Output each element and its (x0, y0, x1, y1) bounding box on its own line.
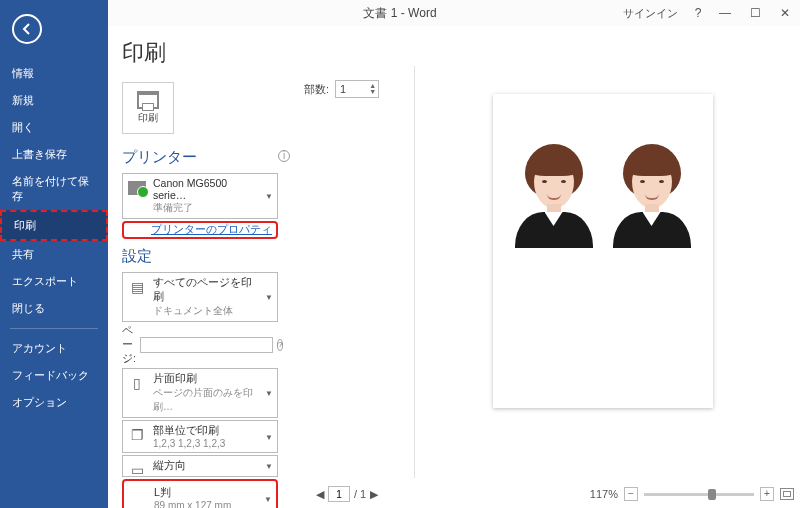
maximize-button[interactable]: ☐ (740, 0, 770, 26)
chevron-down-icon: ▼ (265, 389, 273, 398)
paper-title: L判 (154, 486, 260, 500)
sides-title: 片面印刷 (153, 372, 261, 386)
preview-status-bar: ◀ / 1 ▶ 117% − + (306, 484, 794, 504)
nav-options[interactable]: オプション (0, 389, 108, 416)
settings-scrollbar[interactable] (280, 266, 290, 488)
title-bar: 文書 1 - Word サインイン ? — ☐ ✕ (0, 0, 800, 26)
chevron-down-icon: ▼ (265, 462, 273, 471)
page-heading: 印刷 (122, 38, 786, 68)
paper-sub: 89 mm x 127 mm (154, 500, 260, 508)
copies-spinner[interactable]: 1 ▲▼ (335, 80, 379, 98)
id-photo-1 (511, 138, 597, 248)
printer-section-title: プリンター (122, 148, 278, 167)
one-side-icon: ▯ (127, 373, 147, 393)
printer-status: 準備完了 (153, 201, 261, 215)
printer-name: Canon MG6500 serie… (153, 177, 261, 201)
nav-close[interactable]: 閉じる (0, 295, 108, 322)
window-buttons: ? — ☐ ✕ (686, 0, 800, 26)
portrait-icon: ▭ (127, 460, 147, 480)
print-button-label: 印刷 (138, 111, 158, 125)
id-photo-2 (609, 138, 695, 248)
zoom-controls: 117% − + (590, 487, 794, 501)
zoom-thumb[interactable] (708, 489, 716, 500)
pages-row: ページ: ? (122, 324, 278, 366)
nav-save[interactable]: 上書き保存 (0, 141, 108, 168)
settings-column: プリンター i Canon MG6500 serie… 準備完了 ▼ プリンター… (122, 148, 278, 508)
backstage-sidebar: 情報 新規 開く 上書き保存 名前を付けて保存 印刷 共有 エクスポート 閉じる… (0, 0, 108, 508)
info-icon[interactable]: i (278, 150, 290, 162)
window-title: 文書 1 - Word (363, 5, 436, 22)
scope-combo[interactable]: ▤ すべてのページを印刷 ドキュメント全体 ▼ (122, 272, 278, 322)
back-arrow-icon (20, 22, 34, 36)
copies-value: 1 (340, 83, 346, 95)
total-pages: / 1 (354, 488, 366, 500)
scope-sub: ドキュメント全体 (153, 304, 261, 318)
collate-icon: ❐ (127, 425, 147, 445)
nav-account[interactable]: アカウント (0, 335, 108, 362)
scope-title: すべてのページを印刷 (153, 276, 261, 304)
nav-share[interactable]: 共有 (0, 241, 108, 268)
orientation-title: 縦方向 (153, 459, 261, 473)
nav-info[interactable]: 情報 (0, 60, 108, 87)
spinner-arrows-icon[interactable]: ▲▼ (369, 83, 376, 95)
paper-size-combo[interactable]: L判 89 mm x 127 mm ▼ (122, 479, 278, 508)
page-nav: ◀ / 1 ▶ (316, 486, 378, 502)
signin-link[interactable]: サインイン (623, 6, 678, 21)
print-button[interactable]: 印刷 (122, 82, 174, 134)
nav-open[interactable]: 開く (0, 114, 108, 141)
orientation-combo[interactable]: ▭ 縦方向 ▼ (122, 455, 278, 477)
print-preview (414, 66, 790, 478)
nav-saveas[interactable]: 名前を付けて保存 (0, 168, 108, 210)
chevron-down-icon: ▼ (264, 494, 272, 503)
pages-input[interactable] (140, 337, 273, 353)
pages-label: ページ: (122, 324, 136, 366)
nav-export[interactable]: エクスポート (0, 268, 108, 295)
help-button[interactable]: ? (686, 0, 710, 26)
nav-feedback[interactable]: フィードバック (0, 362, 108, 389)
zoom-out-button[interactable]: − (624, 487, 638, 501)
copies-row: 部数: 1 ▲▼ (304, 80, 379, 98)
fit-to-window-button[interactable] (780, 488, 794, 500)
zoom-in-button[interactable]: + (760, 487, 774, 501)
printer-icon (137, 91, 159, 109)
printer-combo[interactable]: Canon MG6500 serie… 準備完了 ▼ (122, 173, 278, 219)
backstage-main: 印刷 印刷 部数: 1 ▲▼ プリンター i Canon MG6500 seri… (108, 26, 800, 508)
sides-combo[interactable]: ▯ 片面印刷 ページの片面のみを印刷… ▼ (122, 368, 278, 418)
chevron-down-icon: ▼ (265, 192, 273, 201)
collate-title: 部単位で印刷 (153, 424, 261, 438)
printer-status-icon (127, 178, 147, 198)
settings-section-title: 設定 (122, 247, 278, 266)
nav-new[interactable]: 新規 (0, 87, 108, 114)
preview-page (493, 94, 713, 408)
prev-page-button[interactable]: ◀ (316, 488, 324, 501)
chevron-down-icon: ▼ (265, 293, 273, 302)
nav-separator (10, 328, 98, 329)
collate-combo[interactable]: ❐ 部単位で印刷 1,2,3 1,2,3 1,2,3 ▼ (122, 420, 278, 453)
copies-label: 部数: (304, 82, 329, 97)
printer-properties-link[interactable]: プリンターのプロパティ (122, 221, 278, 239)
back-button[interactable] (12, 14, 42, 44)
minimize-button[interactable]: — (710, 0, 740, 26)
chevron-down-icon: ▼ (265, 432, 273, 441)
close-button[interactable]: ✕ (770, 0, 800, 26)
next-page-button[interactable]: ▶ (370, 488, 378, 501)
sides-sub: ページの片面のみを印刷… (153, 386, 261, 414)
current-page-input[interactable] (328, 486, 350, 502)
zoom-slider[interactable] (644, 493, 754, 496)
document-icon: ▤ (127, 277, 147, 297)
collate-sub: 1,2,3 1,2,3 1,2,3 (153, 438, 261, 449)
nav-print[interactable]: 印刷 (0, 210, 108, 241)
zoom-percent: 117% (590, 488, 618, 500)
